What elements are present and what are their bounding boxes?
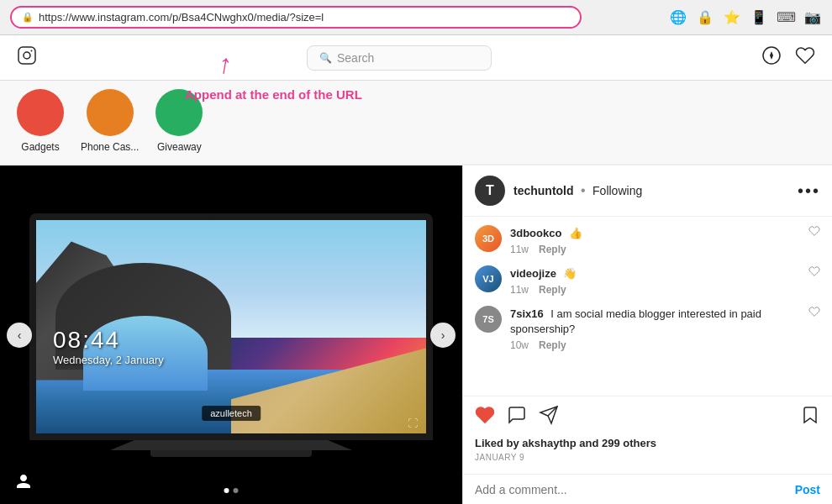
comment-time-7six16: 10w bbox=[510, 339, 529, 351]
like-button[interactable] bbox=[475, 405, 495, 430]
comment-meta-videojize: 11w Reply bbox=[510, 284, 800, 296]
browser-icon-bookmark[interactable]: ⭐ bbox=[723, 8, 741, 27]
story-item-gadgets[interactable]: Gadgets bbox=[17, 89, 64, 153]
comment-item: VJ videojize 👋 11w Reply bbox=[475, 265, 820, 296]
prev-arrow[interactable]: ‹ bbox=[7, 323, 32, 348]
story-section: Gadgets Phone Cas... Giveaway ↑ Append a… bbox=[0, 81, 832, 165]
post-image-area: 08:44 Wednesday, 2 January azulletech ⛶ … bbox=[0, 165, 462, 504]
action-icons bbox=[475, 405, 820, 430]
comment-heart-7six16[interactable] bbox=[808, 306, 820, 320]
annotation-arrow-container: ↑ bbox=[219, 49, 232, 80]
annotation-arrow-icon: ↑ bbox=[216, 48, 234, 81]
search-icon: 🔍 bbox=[319, 52, 332, 64]
post-user-icon[interactable] bbox=[10, 468, 37, 495]
comment-item: 3D 3dbookco 👍 11w Reply bbox=[475, 225, 820, 255]
browser-chrome: 🔒 https://www.instagram.com/p/Bsa4CNwghx… bbox=[0, 0, 832, 35]
svg-rect-0 bbox=[18, 47, 35, 64]
story-label-gadgets: Gadgets bbox=[21, 141, 59, 153]
comment-time-3dbookco: 11w bbox=[510, 244, 529, 255]
comment-meta-7six16: 10w Reply bbox=[510, 339, 800, 351]
browser-icon-translate[interactable]: 🌐 bbox=[669, 8, 687, 27]
comment-input[interactable] bbox=[475, 483, 795, 496]
browser-icon-camera[interactable]: 📷 bbox=[803, 8, 822, 27]
post-header: T techuntold • Following ••• bbox=[463, 165, 832, 217]
comment-username-videojize[interactable]: videojize bbox=[510, 267, 556, 280]
post-username: techuntold bbox=[513, 184, 574, 197]
post-date: January 9 bbox=[475, 453, 820, 462]
comment-button[interactable] bbox=[507, 405, 527, 430]
svg-point-1 bbox=[24, 52, 30, 59]
post-following[interactable]: Following bbox=[592, 184, 642, 197]
heart-icon[interactable] bbox=[795, 45, 815, 71]
tv-container: 08:44 Wednesday, 2 January azulletech ⛶ bbox=[29, 213, 433, 465]
comment-item: 7S 7six16 I am social media blogger inte… bbox=[475, 306, 820, 351]
search-bar[interactable]: 🔍 Search bbox=[307, 45, 492, 71]
comment-text-7six16: I am social media blogger interested in … bbox=[510, 307, 761, 335]
search-placeholder: Search bbox=[337, 51, 374, 65]
likes-text: Liked by akshaythp and 299 others bbox=[475, 437, 820, 449]
post-header-info: techuntold • Following bbox=[513, 183, 789, 198]
bookmark-button[interactable] bbox=[800, 405, 820, 430]
comment-heart-videojize[interactable] bbox=[808, 265, 820, 280]
comment-username-7six16[interactable]: 7six16 bbox=[510, 307, 544, 320]
post-more-button[interactable]: ••• bbox=[798, 181, 820, 201]
tv-stand bbox=[110, 440, 352, 450]
tv-brand-label: azulletech bbox=[202, 406, 261, 421]
comment-content-7six16: 7six16 I am social media blogger interes… bbox=[510, 306, 800, 351]
tv-date: Wednesday, 2 January bbox=[53, 354, 164, 366]
tv-screen: 08:44 Wednesday, 2 January azulletech ⛶ bbox=[29, 213, 433, 440]
post-avatar[interactable]: T bbox=[475, 176, 505, 206]
address-bar[interactable]: 🔒 https://www.instagram.com/p/Bsa4CNwghx… bbox=[10, 6, 582, 29]
story-circle-gadgets bbox=[17, 89, 64, 136]
tv-clock: 08:44 bbox=[53, 327, 164, 354]
comment-heart-3dbookco[interactable] bbox=[808, 225, 820, 239]
svg-marker-4 bbox=[770, 51, 773, 60]
comment-emoji-videojize: 👋 bbox=[563, 267, 577, 280]
comment-username-3dbookco[interactable]: 3dbookco bbox=[510, 227, 561, 239]
browser-icon-keyboard[interactable]: ⌨ bbox=[777, 8, 795, 27]
dot-2 bbox=[234, 488, 239, 493]
comment-reply-7six16[interactable]: Reply bbox=[539, 339, 566, 351]
comment-avatar-3dbookco[interactable]: 3D bbox=[475, 225, 502, 252]
browser-toolbar: 🌐 🔒 ⭐ 📱 ⌨ 📷 bbox=[669, 8, 822, 27]
story-label-giveaway: Giveaway bbox=[157, 141, 202, 153]
post-separator: • bbox=[581, 183, 586, 197]
instagram-logo[interactable] bbox=[17, 45, 37, 71]
tv-corner-icon: ⛶ bbox=[408, 417, 418, 429]
comments-list: 3D 3dbookco 👍 11w Reply VJ bbox=[463, 217, 832, 396]
next-arrow[interactable]: › bbox=[430, 323, 455, 348]
tv-base bbox=[150, 450, 312, 457]
annotation-text: Append at the end of the URL bbox=[185, 87, 362, 102]
comment-content-3dbookco: 3dbookco 👍 11w Reply bbox=[510, 225, 800, 255]
story-item-phonecas[interactable]: Phone Cas... bbox=[81, 89, 139, 153]
comment-meta-3dbookco: 11w Reply bbox=[510, 244, 800, 255]
story-label-phonecas: Phone Cas... bbox=[81, 141, 139, 153]
compass-icon[interactable] bbox=[761, 45, 782, 71]
dot-1 bbox=[224, 488, 229, 493]
browser-icon-lock[interactable]: 🔒 bbox=[696, 8, 714, 27]
action-bar: Liked by akshaythp and 299 others Januar… bbox=[463, 396, 832, 474]
header-icons bbox=[761, 45, 815, 71]
browser-icon-mobile[interactable]: 📱 bbox=[750, 8, 768, 27]
comment-emoji-3dbookco: 👍 bbox=[569, 227, 582, 239]
tv-time-display: 08:44 Wednesday, 2 January bbox=[53, 327, 164, 366]
comment-content-videojize: videojize 👋 11w Reply bbox=[510, 265, 800, 296]
post-comment-button[interactable]: Post bbox=[795, 483, 820, 496]
url-text: https://www.instagram.com/p/Bsa4CNwghx0/… bbox=[39, 11, 324, 24]
instagram-header: 🔍 Search bbox=[0, 35, 832, 81]
share-button[interactable] bbox=[539, 405, 559, 430]
comment-reply-videojize[interactable]: Reply bbox=[539, 284, 566, 296]
story-highlights: Gadgets Phone Cas... Giveaway bbox=[0, 81, 832, 165]
comment-reply-3dbookco[interactable]: Reply bbox=[539, 244, 566, 255]
lock-icon: 🔒 bbox=[22, 12, 34, 23]
comment-avatar-videojize[interactable]: VJ bbox=[475, 265, 502, 292]
add-comment-bar: Post bbox=[463, 474, 832, 504]
story-circle-phonecas bbox=[87, 89, 134, 136]
dot-indicators bbox=[224, 488, 239, 493]
svg-point-2 bbox=[31, 50, 33, 51]
main-content: 08:44 Wednesday, 2 January azulletech ⛶ … bbox=[0, 165, 832, 504]
comment-time-videojize: 11w bbox=[510, 284, 529, 296]
comments-panel: T techuntold • Following ••• 3D 3dbookco… bbox=[462, 165, 832, 504]
comment-avatar-7six16[interactable]: 7S bbox=[475, 306, 502, 333]
